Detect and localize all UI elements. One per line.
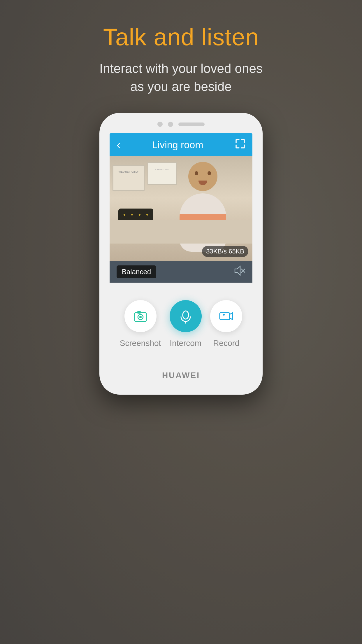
feed-background: WE ARE FAMILY CHARCOHA ▼▼▼▼ ▼▼▼▼ ▼▼▼▼ ▼▼… [110,156,252,261]
wall-frame-1: WE ARE FAMILY [113,165,145,191]
person-head [188,162,217,191]
page-headline: Talk and listen [103,23,259,51]
svg-rect-8 [220,313,230,320]
svg-point-6 [183,311,189,319]
camera-feed: WE ARE FAMILY CHARCOHA ▼▼▼▼ ▼▼▼▼ ▼▼▼▼ ▼▼… [110,156,252,261]
intercom-label: Intercom [170,339,201,348]
intercom-button[interactable] [170,300,202,332]
phone-mockup: ‹ Living room WE ARE FAMILY C [99,113,263,395]
record-label: Record [213,339,239,348]
feed-stats: 33KB/s 65KB [202,246,248,257]
page-subheadline: Interact with your loved onesas you are … [99,60,263,95]
screenshot-action[interactable]: Screenshot [120,300,161,348]
control-bar: Balanced [110,261,252,283]
phone-top-bar [152,122,210,127]
page-content: Talk and listen Interact with your loved… [0,0,362,644]
dot-1 [157,122,163,127]
phone-brand: HUAWEI [162,371,200,380]
couch-area [110,220,252,244]
dot-2 [168,122,173,127]
svg-point-4 [139,316,142,318]
record-action[interactable]: Record [210,300,242,348]
app-title: Living room [152,139,203,150]
app-screen: ‹ Living room WE ARE FAMILY C [110,133,252,363]
intercom-action[interactable]: Intercom [170,300,202,348]
screenshot-button[interactable] [124,300,157,332]
screenshot-label: Screenshot [120,339,161,348]
record-button[interactable] [210,300,242,332]
app-header: ‹ Living room [110,133,252,156]
mute-button[interactable] [233,264,245,280]
expand-button[interactable] [235,139,245,151]
phone-pill [178,123,205,126]
svg-point-9 [223,314,225,316]
back-button[interactable]: ‹ [117,138,120,151]
quality-badge[interactable]: Balanced [117,265,156,278]
actions-area: Screenshot Intercom [110,283,252,363]
